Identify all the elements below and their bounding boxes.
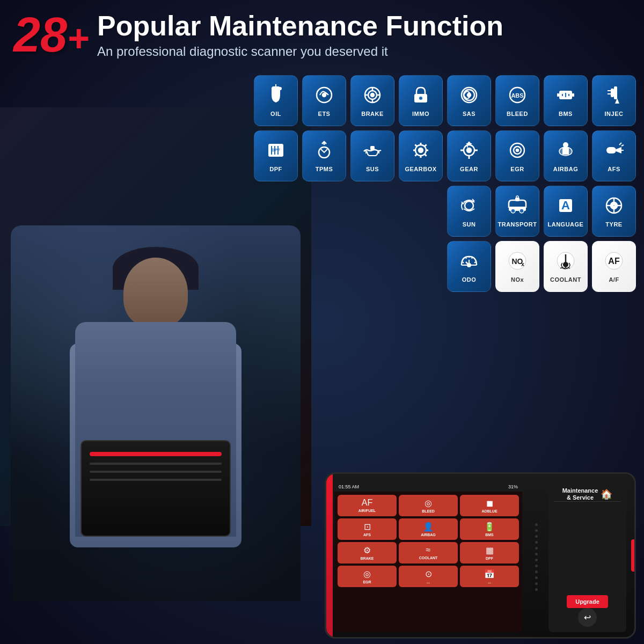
brake-label: BRAKE bbox=[361, 111, 384, 117]
sidebar-header: Maintenance & Service 🏠 bbox=[562, 487, 613, 501]
icon-language[interactable]: A LANGUAGE bbox=[544, 186, 588, 237]
svg-point-2 bbox=[323, 93, 326, 97]
icon-sun[interactable]: SUN bbox=[447, 186, 491, 237]
icon-sas[interactable]: SAS bbox=[447, 75, 491, 126]
svg-line-44 bbox=[619, 143, 621, 145]
more1-label: ... bbox=[427, 580, 430, 584]
icon-ets[interactable]: ETS bbox=[302, 75, 346, 126]
svg-point-14 bbox=[467, 93, 471, 97]
screen-app-more1[interactable]: ⊙ ... bbox=[399, 566, 458, 587]
screen-brake-label: BRAKE bbox=[361, 557, 374, 560]
screen-dpf-label: DPF bbox=[486, 557, 493, 560]
screen-time: 01:55 AM bbox=[339, 484, 359, 489]
icon-odo[interactable]: ODO bbox=[447, 241, 491, 292]
ets-icon bbox=[313, 84, 335, 108]
icon-brake[interactable]: BRAKE bbox=[350, 75, 394, 126]
device-speakers bbox=[532, 485, 540, 630]
egr-label: EGR bbox=[510, 166, 524, 172]
screen-afs-icon: ⊡ bbox=[364, 522, 371, 532]
device-sidebar: Maintenance & Service 🏠 Upgrade ↩ bbox=[548, 482, 626, 632]
icon-oil[interactable]: OIL bbox=[254, 75, 298, 126]
screen-app-dpf[interactable]: ▦ DPF bbox=[460, 542, 519, 564]
icon-gearbox[interactable]: GEARBOX bbox=[399, 130, 443, 181]
icon-egr[interactable]: EGR bbox=[495, 130, 539, 181]
speaker-dot bbox=[535, 529, 538, 532]
icon-tyre[interactable]: TYRE bbox=[592, 186, 636, 237]
sub-title: An professional diagnostic scanner you d… bbox=[97, 44, 503, 59]
icon-airbag[interactable]: AIRBAG bbox=[544, 130, 588, 181]
transport-label: TRANSPORT bbox=[498, 221, 537, 228]
sidebar-title: Maintenance & Service bbox=[562, 487, 598, 501]
screen-app-airbag[interactable]: 👤 AIRBAG bbox=[399, 518, 458, 540]
icon-bleed[interactable]: ABS BLEED bbox=[495, 75, 539, 126]
header: 28 + Popular Maintenance Function An pro… bbox=[13, 11, 631, 59]
screen-bms-label: BMS bbox=[485, 533, 494, 537]
svg-line-45 bbox=[621, 145, 624, 146]
svg-point-49 bbox=[511, 209, 515, 213]
coolant-icon bbox=[555, 250, 576, 274]
svg-text:AF: AF bbox=[608, 257, 620, 266]
tpms-icon bbox=[313, 140, 335, 164]
screen-app-more2[interactable]: 📅 ... bbox=[460, 566, 519, 587]
svg-line-63 bbox=[466, 258, 466, 259]
sas-icon bbox=[458, 84, 480, 108]
speaker-dot bbox=[535, 559, 538, 561]
icon-afs[interactable]: AFS bbox=[592, 130, 636, 181]
svg-rect-43 bbox=[606, 147, 616, 153]
svg-line-66 bbox=[474, 262, 475, 263]
sun-label: SUN bbox=[463, 221, 476, 228]
icon-sus[interactable]: SUS bbox=[350, 130, 394, 181]
icons-row-3: SUN TRANSPORT bbox=[244, 186, 636, 237]
count-number: 28 bbox=[13, 11, 67, 59]
bms-icon bbox=[555, 84, 576, 108]
af-icon: AF bbox=[603, 250, 625, 274]
transport-icon bbox=[507, 195, 528, 219]
gearbox-icon bbox=[410, 140, 431, 164]
icon-dpf[interactable]: DPF DPF bbox=[254, 130, 298, 181]
screen-app-afs[interactable]: ⊡ AFS bbox=[338, 518, 397, 540]
screen-coolant-label: COOLANT bbox=[419, 556, 438, 560]
airbag-icon bbox=[555, 140, 576, 164]
icons-row-4: ODO NO x NOx bbox=[244, 241, 636, 292]
icon-injec[interactable]: INJEC bbox=[592, 75, 636, 126]
icon-coolant[interactable]: COOLANT bbox=[544, 241, 588, 292]
screen-app-brake[interactable]: ⚙ BRAKE bbox=[338, 542, 397, 564]
screen-brake-icon: ⚙ bbox=[363, 545, 371, 555]
screen-airbag-label: AIRBAG bbox=[421, 533, 436, 537]
screen-app-egr[interactable]: ◎ EGR bbox=[338, 566, 397, 587]
icon-immo[interactable]: IMMO bbox=[399, 75, 443, 126]
icon-af[interactable]: AF A/F bbox=[592, 241, 636, 292]
svg-rect-18 bbox=[572, 93, 574, 97]
screen-bms-icon: 🔋 bbox=[484, 522, 495, 532]
home-icon[interactable]: 🏠 bbox=[601, 488, 612, 500]
back-button[interactable]: ↩ bbox=[578, 608, 597, 627]
svg-point-61 bbox=[467, 264, 471, 267]
airfuel-label: AIR/FUEL bbox=[358, 509, 376, 513]
svg-text:DPF: DPF bbox=[272, 148, 280, 152]
icon-tpms[interactable]: TPMS bbox=[302, 130, 346, 181]
screen-app-adblue[interactable]: ◼ ADBLUE bbox=[460, 495, 519, 516]
icon-bms[interactable]: BMS bbox=[544, 75, 588, 126]
icon-gear[interactable]: GEAR bbox=[447, 130, 491, 181]
screen-app-coolant[interactable]: ≈ COOLANT bbox=[399, 542, 458, 564]
icons-section: OIL ETS bbox=[244, 75, 636, 296]
screen-app-bms[interactable]: 🔋 BMS bbox=[460, 518, 519, 540]
svg-point-40 bbox=[516, 149, 518, 151]
icon-transport[interactable]: TRANSPORT bbox=[495, 186, 539, 237]
gear-icon bbox=[458, 140, 480, 164]
svg-point-11 bbox=[419, 97, 422, 100]
screen-app-bleed[interactable]: ◎ BLEED bbox=[399, 495, 458, 516]
nox-icon: NO x bbox=[507, 250, 528, 274]
more1-icon: ⊙ bbox=[425, 569, 432, 579]
icon-nox[interactable]: NO x NOx bbox=[495, 241, 539, 292]
device-screen[interactable]: 01:55 AM 31% AF AIR/FUEL ◎ BLEED ◼ A bbox=[334, 482, 522, 632]
icons-row-2: DPF DPF TPMS bbox=[244, 130, 636, 181]
immo-label: IMMO bbox=[412, 111, 429, 117]
tpms-label: TPMS bbox=[316, 166, 333, 172]
content-wrapper: 28 + Popular Maintenance Function An pro… bbox=[0, 0, 644, 644]
screen-app-airfuel[interactable]: AF AIR/FUEL bbox=[338, 495, 397, 516]
language-icon: A bbox=[555, 195, 576, 219]
speaker-dot bbox=[535, 541, 538, 544]
speaker-dot bbox=[535, 535, 538, 538]
upgrade-button[interactable]: Upgrade bbox=[567, 595, 608, 608]
